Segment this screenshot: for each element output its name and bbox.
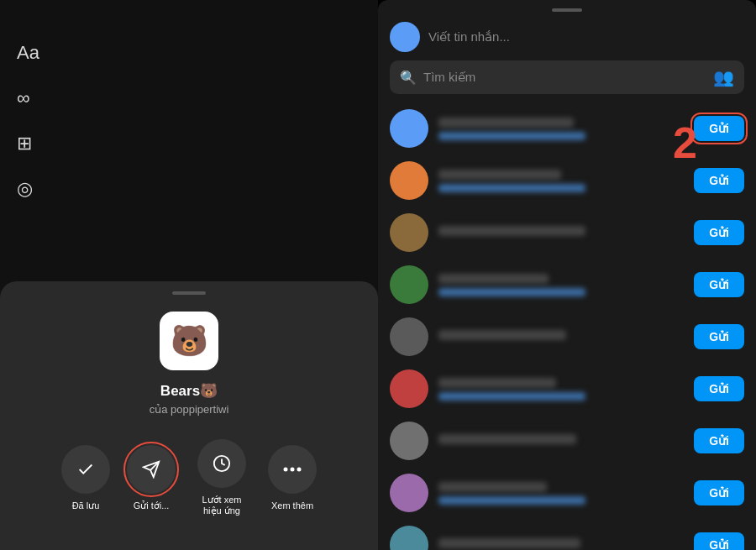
contact-info	[438, 226, 684, 240]
settings-icon[interactable]: ◎	[17, 178, 39, 200]
contact-sub	[438, 392, 585, 401]
svg-point-4	[291, 468, 295, 472]
contact-info	[438, 170, 684, 192]
right-handle	[552, 8, 582, 12]
message-placeholder[interactable]: Viết tin nhắn...	[428, 29, 744, 45]
send-button-8[interactable]: Gửi	[694, 480, 744, 505]
contact-name	[438, 482, 547, 492]
contact-avatar	[390, 265, 428, 304]
contact-avatar	[390, 369, 428, 408]
contact-row: Gửi	[378, 519, 756, 550]
message-input-row: Viết tin nhắn...	[378, 17, 756, 60]
contact-sub	[438, 496, 585, 505]
contact-info	[438, 434, 684, 448]
action-send-to[interactable]: Gửi tới...	[127, 445, 176, 511]
send-button-5[interactable]: Gửi	[694, 324, 744, 349]
contact-name	[438, 538, 580, 548]
sheet-handle	[172, 291, 206, 295]
contact-info	[438, 330, 684, 344]
left-icons: Aa ∞ ⊞ ◎	[17, 42, 39, 200]
contacts-list: Gửi Gửi Gửi Gửi	[378, 102, 756, 550]
contact-avatar	[390, 422, 428, 460]
bottom-sheet: 🐻 Bears🐻 của poppipertiwi Đã lưu	[0, 281, 378, 550]
contact-row: Gửi	[378, 467, 756, 519]
contact-name	[438, 226, 585, 236]
contact-name	[438, 330, 566, 340]
contact-avatar	[390, 526, 428, 550]
contact-name	[438, 118, 574, 128]
contact-name	[438, 170, 561, 180]
contact-avatar	[390, 474, 428, 512]
action-saved[interactable]: Đã lưu	[61, 445, 110, 511]
send-to-label: Gửi tới...	[134, 500, 170, 511]
contact-row: Gửi	[378, 415, 756, 467]
right-panel: Viết tin nhắn... 🔍 Tìm kiếm 👥 2 Gửi Gửi	[378, 0, 756, 550]
contact-row: Gửi	[378, 259, 756, 311]
action-buttons: Đã lưu Gửi tới...	[17, 439, 361, 516]
contact-name	[438, 378, 556, 388]
contact-row: Gửi	[378, 102, 756, 155]
contact-info	[438, 538, 684, 551]
contact-info	[438, 274, 684, 296]
step-2-label: 2	[673, 118, 697, 168]
contact-avatar	[390, 161, 428, 200]
contact-avatar	[390, 317, 428, 356]
contact-row: Gửi	[378, 311, 756, 363]
svg-point-5	[297, 468, 302, 472]
add-people-icon[interactable]: 👥	[713, 67, 734, 87]
contact-name	[438, 274, 549, 284]
left-panel: Aa ∞ ⊞ ◎ 1 🐻 Bears🐻 của poppipertiwi Đã …	[0, 0, 378, 550]
send-to-circle[interactable]	[127, 445, 176, 494]
app-icon: 🐻	[160, 312, 218, 370]
contact-row: Gửi	[378, 155, 756, 207]
contact-sub	[438, 132, 585, 140]
send-button-2[interactable]: Gửi	[694, 168, 744, 193]
send-button-3[interactable]: Gửi	[694, 220, 744, 245]
app-subtitle: của poppipertiwi	[150, 403, 229, 416]
svg-point-3	[284, 468, 288, 472]
send-button-9[interactable]: Gửi	[694, 532, 744, 550]
action-effects[interactable]: Lướt xem hiệu ứng	[192, 439, 251, 516]
user-avatar	[390, 22, 420, 52]
contact-info	[438, 118, 684, 140]
contact-avatar	[390, 213, 428, 252]
contact-sub	[438, 288, 585, 296]
send-button-7[interactable]: Gửi	[694, 428, 744, 453]
app-title: Bears🐻	[160, 382, 218, 400]
saved-label: Đã lưu	[72, 500, 100, 511]
search-row[interactable]: 🔍 Tìm kiếm 👥	[390, 60, 744, 94]
contact-name	[438, 434, 576, 444]
right-handle-container	[378, 0, 756, 17]
grid-icon[interactable]: ⊞	[17, 133, 39, 155]
effects-label: Lướt xem hiệu ứng	[192, 495, 251, 516]
contact-row: Gửi	[378, 207, 756, 259]
text-icon[interactable]: Aa	[17, 42, 39, 64]
contact-sub	[438, 184, 585, 192]
contact-row: Gửi	[378, 363, 756, 415]
saved-circle[interactable]	[61, 445, 110, 494]
search-input[interactable]: Tìm kiếm	[423, 70, 706, 85]
send-button-1[interactable]: Gửi	[694, 116, 744, 141]
app-emoji: 🐻	[171, 323, 208, 359]
more-circle[interactable]	[268, 445, 317, 494]
infinity-icon[interactable]: ∞	[17, 87, 39, 109]
contact-avatar	[390, 109, 428, 148]
effects-circle[interactable]	[197, 439, 246, 488]
send-button-6[interactable]: Gửi	[694, 376, 744, 401]
more-label: Xem thêm	[271, 500, 313, 511]
send-button-4[interactable]: Gửi	[694, 272, 744, 297]
contact-info	[438, 378, 684, 401]
search-icon: 🔍	[400, 70, 417, 86]
action-more[interactable]: Xem thêm	[268, 445, 317, 511]
contact-info	[438, 482, 684, 505]
